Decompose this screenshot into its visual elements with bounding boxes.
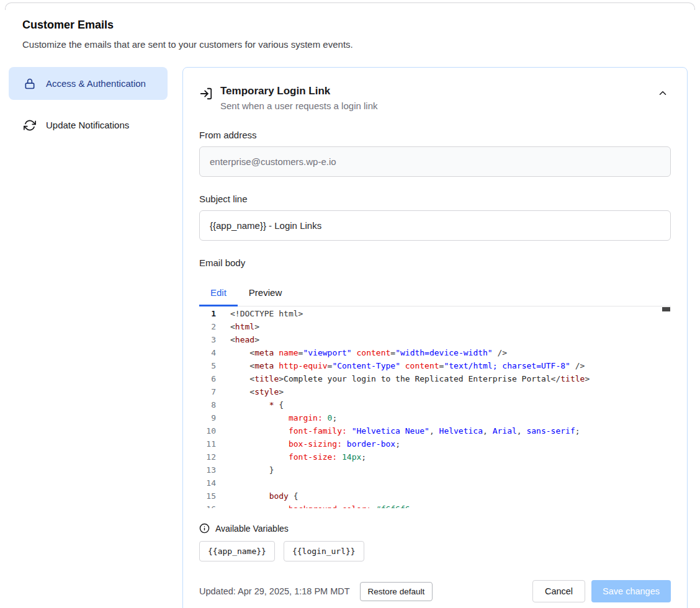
code-line[interactable]: 12 font-size: 14px; (199, 450, 671, 463)
code-editor[interactable]: 1<!DOCTYPE html>2<html>3<head>4 <meta na… (199, 306, 671, 508)
panel-footer: Updated: Apr 29, 2025, 1:18 PM MDT Resto… (199, 580, 671, 602)
subject-line-input[interactable] (199, 210, 671, 241)
lock-icon (24, 78, 36, 90)
chevron-up-icon (657, 87, 668, 101)
code-line[interactable]: 14 (199, 476, 671, 490)
line-number: 16 (199, 503, 216, 508)
code-line[interactable]: 7 <style> (199, 385, 671, 398)
variable-chips: {{app_name}}{{login_url}} (199, 541, 671, 561)
line-number: 2 (199, 320, 216, 333)
editor-scrollbar-thumb[interactable] (662, 307, 670, 311)
top-container-edge (5, 2, 695, 10)
line-number: 7 (199, 385, 216, 398)
info-icon (199, 523, 210, 534)
variable-chip[interactable]: {{login_url}} (284, 541, 364, 561)
available-variables-label: Available Variables (215, 524, 289, 534)
code-line[interactable]: 9 margin: 0; (199, 411, 671, 424)
line-number: 14 (199, 476, 216, 490)
variable-chip[interactable]: {{app_name}} (199, 541, 275, 561)
content: Access & Authentication Update Notificat… (0, 67, 700, 608)
sidebar-item-access-authentication[interactable]: Access & Authentication (9, 67, 168, 100)
email-body-label: Email body (199, 257, 671, 268)
code-line[interactable]: 11 box-sizing: border-box; (199, 437, 671, 450)
panel-header: Temporary Login Link Sent when a user re… (199, 85, 671, 111)
subject-line-label: Subject line (199, 194, 671, 204)
sidebar-item-update-notifications[interactable]: Update Notifications (9, 109, 168, 141)
panel-subtitle: Sent when a user requests a login link (220, 101, 377, 111)
code-line[interactable]: 4 <meta name="viewport" content="width=d… (199, 346, 671, 359)
refresh-icon (24, 119, 36, 132)
page-subtitle: Customize the emails that are sent to yo… (22, 39, 678, 50)
collapse-button[interactable] (655, 85, 671, 103)
line-number: 1 (199, 307, 216, 320)
code-line[interactable]: 1<!DOCTYPE html> (199, 307, 671, 320)
from-address-input[interactable] (199, 146, 671, 177)
sidebar-item-label: Update Notifications (46, 118, 129, 132)
line-number: 12 (199, 450, 216, 463)
line-number: 6 (199, 372, 216, 385)
code-line[interactable]: 16 background-color: #f6f6f6; (199, 503, 671, 508)
sidebar: Access & Authentication Update Notificat… (9, 67, 168, 142)
code-line[interactable]: 6 <title>Complete your login to the Repl… (199, 372, 671, 385)
save-changes-button[interactable]: Save changes (591, 580, 671, 602)
from-address-label: From address (199, 130, 671, 140)
code-editor-lines: 1<!DOCTYPE html>2<html>3<head>4 <meta na… (199, 307, 671, 508)
code-line[interactable]: 10 font-family: "Helvetica Neue", Helvet… (199, 424, 671, 437)
editor-tabs: Edit Preview (199, 280, 671, 306)
login-icon (199, 87, 213, 101)
cancel-button[interactable]: Cancel (532, 580, 585, 602)
page-title: Customer Emails (22, 19, 678, 32)
line-number: 11 (199, 437, 216, 450)
line-number: 3 (199, 333, 216, 346)
line-number: 9 (199, 411, 216, 424)
code-line[interactable]: 3<head> (199, 333, 671, 346)
updated-timestamp: Updated: Apr 29, 2025, 1:18 PM MDT (199, 586, 350, 596)
sidebar-item-label: Access & Authentication (46, 76, 146, 91)
code-line[interactable]: 5 <meta http-equiv="Content-Type" conten… (199, 359, 671, 372)
line-number: 10 (199, 424, 216, 437)
line-number: 4 (199, 346, 216, 359)
code-line[interactable]: 8 * { (199, 398, 671, 411)
tab-edit[interactable]: Edit (199, 280, 238, 306)
line-number: 8 (199, 398, 216, 411)
page-header: Customer Emails Customize the emails tha… (22, 19, 678, 50)
code-line[interactable]: 13 } (199, 463, 671, 476)
email-settings-panel: Temporary Login Link Sent when a user re… (182, 67, 688, 608)
restore-default-button[interactable]: Restore default (360, 582, 433, 601)
line-number: 15 (199, 490, 216, 503)
tab-preview[interactable]: Preview (238, 280, 293, 306)
code-line[interactable]: 2<html> (199, 320, 671, 333)
code-line[interactable]: 15 body { (199, 490, 671, 503)
panel-title: Temporary Login Link (220, 85, 377, 97)
line-number: 5 (199, 359, 216, 372)
line-number: 13 (199, 463, 216, 476)
